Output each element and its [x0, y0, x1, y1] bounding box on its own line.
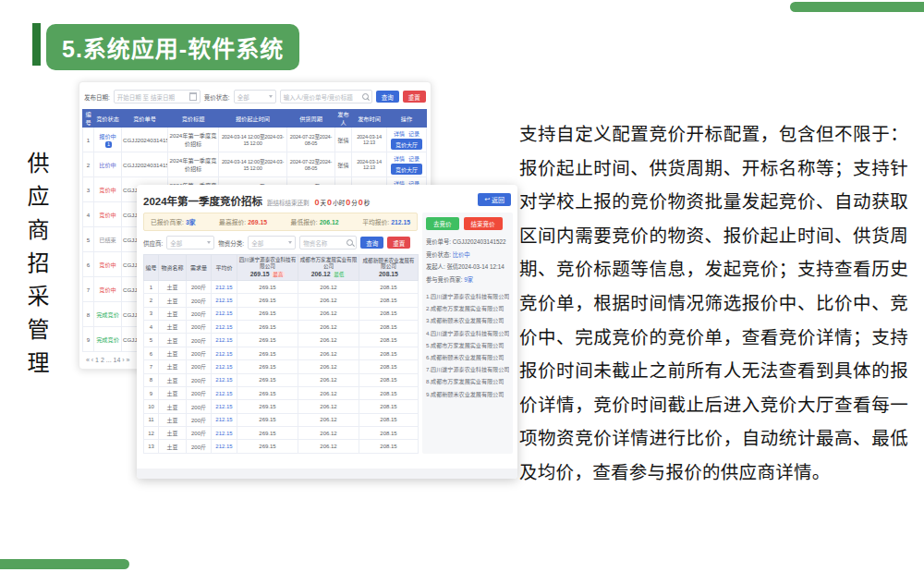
bid-hall-button[interactable]: 竞价大厅 [391, 139, 422, 150]
countdown-unit: 分 [351, 200, 358, 206]
reset-button[interactable]: 重置 [387, 237, 410, 249]
column-header: 编号 [83, 110, 94, 128]
supplier-price-cell: 269.15 [237, 373, 298, 386]
supplier-price-cell: 269.15 [237, 334, 298, 347]
row-number-cell: 5 [144, 334, 159, 347]
average-price-cell: 212.15 [212, 360, 237, 373]
list-filter-bar: 发布日期: 开始日期 至 结束日期 竞价状态: 全部 输入人/竞价单号/竞价标题… [79, 82, 431, 109]
table-row: 12土豆200斤212.15269.15206.12208.15 [144, 427, 419, 440]
average-price-cell: 212.15 [212, 347, 237, 359]
material-name-cell: 土豆 [159, 373, 187, 386]
countdown-label: 距结标结束还剩 [267, 198, 310, 207]
back-button-label: 返回 [492, 195, 505, 204]
material-name-cell: 土豆 [159, 400, 187, 413]
table-row: 5土豆200斤212.15269.15206.12208.15 [144, 334, 419, 347]
average-price-cell: 212.15 [212, 400, 237, 413]
table-row: 1报价中1CGJJ2024031415222024年第一季度竞价招标2024-0… [83, 128, 427, 152]
column-header: 报价起止时间 [219, 110, 287, 128]
material-name-cell: 土豆 [159, 427, 187, 440]
chevron-down-icon [207, 241, 211, 244]
supply-period-cell: 2024-07-22至2024-08-05 [287, 152, 335, 177]
supplier-price-cell: 208.15 [359, 386, 419, 399]
supplier-price-cell: 269.15 [237, 386, 298, 399]
supplier-list-item: 3.成都新颐禾农业发展有限公司 [426, 314, 509, 326]
status-cell: 竞价中 [94, 252, 122, 277]
date-range-input[interactable]: 开始日期 至 结束日期 [114, 90, 201, 103]
status-text: 报价中 [99, 133, 116, 140]
row-number-cell: 7 [83, 277, 94, 302]
countdown: 0天0小时0分0秒 [314, 192, 371, 209]
column-header: 操作 [387, 110, 427, 128]
supplier-price-cell: 208.15 [359, 360, 419, 373]
supplier-price-cell: 206.12 [298, 386, 359, 399]
supplier-price-cell: 206.12 [298, 294, 359, 307]
supplier-price-cell: 269.15 [237, 440, 298, 453]
material-search-input[interactable]: 物资名称 [299, 236, 357, 249]
bottom-left-decoration-bar [0, 559, 129, 569]
info-line: 竞价单号: CGJJ202403141522 [426, 236, 509, 249]
row-number-cell: 11 [144, 413, 159, 426]
publisher-cell: 张倩 [335, 152, 352, 177]
stat-value: 3家 [186, 219, 196, 225]
bid-hall-button[interactable]: 竞价大厅 [391, 164, 422, 175]
quantity-cell: 200斤 [187, 321, 212, 334]
price-badge: 最低 [333, 272, 346, 277]
table-row: 9土豆200斤212.15269.15206.12208.15 [144, 386, 419, 399]
material-name-cell: 土豆 [159, 294, 187, 307]
title-accent-bar [32, 23, 41, 66]
go-bid-button[interactable]: 去竞价 [426, 217, 459, 230]
supplier-column-header: 成都市万家发展实业有限公司206.12最低 [298, 255, 359, 281]
supplier-price: 269.15 [250, 271, 270, 277]
action-link[interactable]: 记录 [408, 156, 419, 162]
supplier-price-cell: 208.15 [359, 400, 419, 413]
average-price-cell: 212.15 [212, 334, 237, 347]
supplier-select[interactable]: 全部 [166, 236, 214, 249]
quantity-cell: 200斤 [187, 427, 212, 440]
countdown-unit: 小时 [333, 200, 345, 206]
supplier-price-cell: 208.15 [359, 321, 419, 334]
reset-button[interactable]: 重置 [403, 91, 426, 103]
supplier-price-cell: 206.12 [298, 400, 359, 413]
actions-cell: 详情记录竞价大厅 [387, 152, 427, 177]
row-number-cell: 2 [144, 294, 159, 307]
end-bid-button[interactable]: 结束竞价 [464, 217, 503, 230]
stat-label: 已报价商家: [151, 219, 184, 225]
column-header: 竞价单号 [122, 110, 168, 128]
query-button[interactable]: 查询 [360, 237, 383, 249]
title-cell: 2024年第一季度竞价招标 [168, 152, 219, 177]
detail-footer-bar [137, 469, 517, 479]
status-filter-label: 竞价状态: [204, 92, 230, 102]
table-row: 11土豆200斤212.15269.15206.12208.15 [144, 413, 419, 426]
countdown-number: 0 [346, 198, 350, 207]
info-label: 竞价状态: [426, 251, 453, 258]
average-price-cell: 212.15 [212, 386, 237, 399]
info-value: 比价中 [453, 251, 470, 258]
stat-value: 206.12 [320, 219, 339, 225]
action-link[interactable]: 记录 [408, 131, 419, 137]
material-name-cell: 土豆 [159, 440, 187, 453]
date-filter-label: 发布日期: [84, 92, 110, 102]
page-title: 5.系统应用-软件系统 [46, 24, 299, 70]
material-name-cell: 土豆 [159, 360, 187, 373]
material-name-cell: 土豆 [159, 334, 187, 347]
back-button[interactable]: ↩ 返回 [478, 193, 511, 206]
row-number-cell: 6 [83, 252, 94, 277]
supplier-list-item: 2.成都市万家发展实业有限公司 [426, 302, 509, 314]
category-select[interactable]: 全部 [248, 236, 296, 249]
list-search-input[interactable]: 输入人/竞价单号/竞价标题 [280, 90, 372, 103]
quantity-cell: 200斤 [187, 294, 212, 307]
supplier-list-item: 1.四川遂宁源泰农业科技有限公司 [426, 290, 509, 302]
table-row: 3土豆200斤212.15269.15206.12208.15 [144, 307, 419, 320]
row-number-cell: 6 [144, 347, 159, 359]
status-select[interactable]: 全部 [234, 90, 276, 103]
column-header: 需求量 [187, 255, 212, 281]
action-link[interactable]: 详情 [394, 156, 405, 162]
action-link[interactable]: 详情 [394, 131, 405, 137]
supplier-price: 208.15 [379, 271, 398, 277]
query-button[interactable]: 查询 [376, 91, 399, 103]
supplier-price-cell: 269.15 [237, 413, 298, 426]
column-header: 物资名称 [159, 255, 187, 281]
stat-item: 最高报价:269.15 [219, 217, 267, 226]
table-row: 2土豆200斤212.15269.15206.12208.15 [144, 294, 419, 307]
countdown-number: 0 [359, 198, 363, 207]
